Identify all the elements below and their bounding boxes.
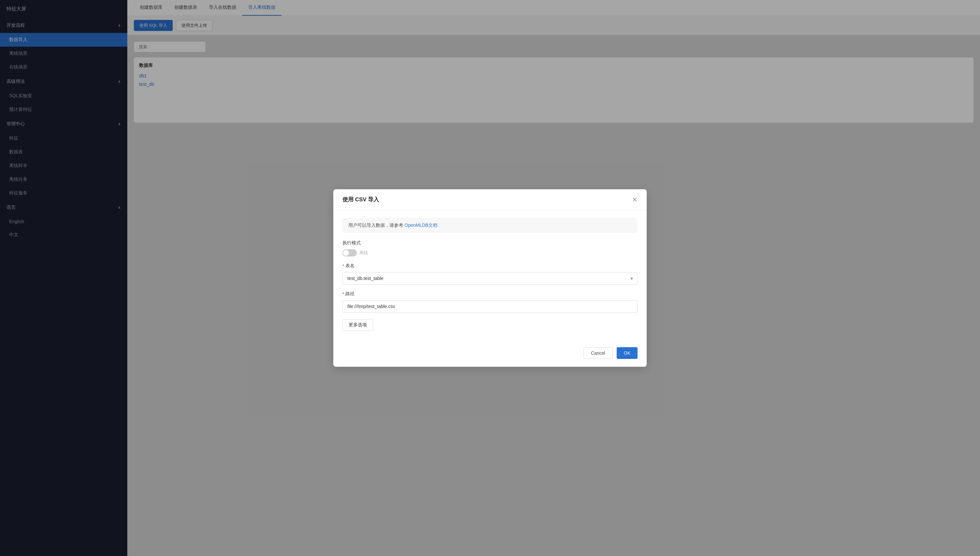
required-marker-path: * (342, 291, 344, 297)
info-text: 用户可以导入数据，请参考 (348, 223, 403, 228)
info-bar: 用户可以导入数据，请参考 OpenMLDB文档 (342, 218, 638, 233)
modal-body: 用户可以导入数据，请参考 OpenMLDB文档 执行模式 离线 * 表名 (333, 210, 647, 342)
modal-overlay: 使用 CSV 导入 ✕ 用户可以导入数据，请参考 OpenMLDB文档 执行模式… (0, 0, 980, 556)
ok-button[interactable]: OK (617, 347, 638, 359)
toggle-wrap: 离线 (342, 249, 638, 257)
modal-title: 使用 CSV 导入 (342, 196, 379, 203)
path-input[interactable] (342, 300, 638, 313)
required-marker-table: * (342, 263, 344, 268)
execution-mode-toggle[interactable] (342, 249, 357, 257)
info-link[interactable]: OpenMLDB文档 (405, 223, 437, 228)
path-label: * 路径 (342, 291, 638, 297)
path-section: * 路径 (342, 291, 638, 313)
execution-mode-section: 执行模式 离线 (342, 240, 638, 257)
execution-mode-label: 执行模式 (342, 240, 638, 246)
table-name-select[interactable]: test_db.test_table (342, 272, 638, 284)
modal-footer: Cancel OK (333, 342, 647, 367)
table-name-select-wrap: test_db.test_table ▾ (342, 272, 638, 284)
cancel-button[interactable]: Cancel (583, 347, 613, 359)
table-name-section: * 表名 test_db.test_table ▾ (342, 263, 638, 284)
more-options-button[interactable]: 更多选项 (342, 319, 373, 331)
modal-close-button[interactable]: ✕ (632, 196, 638, 203)
toggle-label: 离线 (360, 250, 368, 256)
main-content: 创建数据库 创建数据表 导入在线数据 导入离线数据 使用 SQL 导入 使用文件… (127, 0, 980, 556)
modal-header: 使用 CSV 导入 ✕ (333, 189, 647, 210)
modal-csv-import: 使用 CSV 导入 ✕ 用户可以导入数据，请参考 OpenMLDB文档 执行模式… (333, 189, 647, 367)
table-name-label: * 表名 (342, 263, 638, 269)
